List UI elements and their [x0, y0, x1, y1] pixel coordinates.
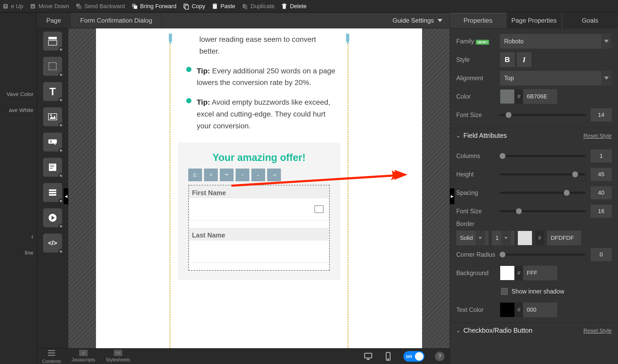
- align-top-button[interactable]: ⫟: [236, 169, 249, 181]
- first-name-input[interactable]: [189, 198, 329, 220]
- fontsize-value[interactable]: 14: [591, 108, 612, 122]
- field-fontsize-value[interactable]: 16: [591, 205, 612, 218]
- paste-button[interactable]: Paste: [211, 3, 235, 10]
- canvas[interactable]: ◀ ▶ lower reading ease seem to convert b…: [68, 28, 450, 348]
- widget-list-button[interactable]: ↻: [43, 183, 62, 202]
- play-icon: [47, 213, 58, 223]
- contents-icon: [47, 348, 56, 358]
- move-down-button[interactable]: Move Down: [29, 3, 69, 10]
- spacing-slider[interactable]: [500, 192, 585, 194]
- widget-text-button[interactable]: T↻: [43, 82, 62, 101]
- preview-toggle[interactable]: on: [403, 351, 424, 362]
- reset-style-link[interactable]: Reset Style: [584, 133, 612, 139]
- align-center-v-button[interactable]: ⫠: [251, 169, 265, 181]
- checkbox-icon: [501, 288, 508, 295]
- color-swatch[interactable]: [500, 89, 515, 104]
- align-center-h-button[interactable]: ≡: [204, 169, 218, 181]
- height-slider[interactable]: [500, 173, 585, 175]
- move-up-button[interactable]: e Up: [2, 3, 23, 10]
- duplicate-icon: [242, 3, 249, 10]
- widget-button-button[interactable]: B↻: [43, 133, 62, 151]
- delete-button[interactable]: Delete: [281, 3, 307, 10]
- section-icon: [47, 36, 58, 46]
- style-label: Style: [456, 56, 496, 63]
- widget-section-button[interactable]: ↻: [43, 32, 62, 50]
- field-attributes-header[interactable]: ⌄ Field Attributes Reset Style: [450, 128, 618, 143]
- chevron-down-icon: [438, 19, 442, 22]
- align-bottom-button[interactable]: ⫣: [267, 169, 281, 181]
- svg-rect-22: [49, 164, 56, 171]
- javascripts-tab[interactable]: jsJavascripts: [72, 350, 95, 363]
- tab-properties[interactable]: Properties: [450, 13, 506, 28]
- tab-page[interactable]: Page: [37, 13, 71, 28]
- chevron-down-icon: [601, 34, 612, 49]
- text-color-label: Text Color: [456, 306, 496, 314]
- svg-rect-16: [49, 63, 56, 70]
- collapse-left-button[interactable]: ◀: [64, 188, 68, 204]
- page-canvas[interactable]: lower reading ease seem to convert bette…: [96, 28, 422, 348]
- alignment-select[interactable]: Top: [500, 71, 612, 85]
- border-color-swatch[interactable]: [518, 231, 532, 245]
- checkbox-radio-header[interactable]: ⌄ Checkbox/Radio Button Reset Style: [450, 323, 618, 338]
- help-button[interactable]: ?: [435, 352, 444, 361]
- corner-slider[interactable]: [500, 254, 585, 256]
- tab-form-dialog[interactable]: Form Confirmation Dialog: [71, 13, 162, 28]
- widget-video-button[interactable]: ↻: [43, 208, 62, 227]
- stylesheets-tab[interactable]: cssStylesheets: [106, 350, 130, 363]
- align-left-button[interactable]: ⬱: [188, 169, 202, 181]
- bring-forward-button[interactable]: Bring Forward: [131, 3, 176, 10]
- field-fontsize-label: Font Size: [456, 208, 496, 215]
- corner-value[interactable]: 0: [591, 248, 612, 261]
- widget-code-button[interactable]: </>↻: [43, 234, 62, 252]
- last-name-input[interactable]: [189, 240, 329, 263]
- bg-swatch[interactable]: [500, 266, 515, 280]
- tab-page-properties[interactable]: Page Properties: [506, 13, 562, 28]
- form-card[interactable]: Your amazing offer! ⬱ ≡ ⬲ ⫟ ⫠ ⫣ First Na…: [178, 143, 340, 280]
- desktop-icon[interactable]: [363, 352, 373, 361]
- color-hex-input[interactable]: [523, 89, 557, 104]
- bg-hex-input[interactable]: [523, 266, 557, 280]
- fontsize-slider[interactable]: [500, 114, 585, 116]
- reset-style-link[interactable]: Reset Style: [584, 327, 612, 334]
- columns-value[interactable]: 1: [591, 149, 612, 163]
- text-color-hex-input[interactable]: [523, 302, 557, 317]
- spacing-value[interactable]: 40: [591, 186, 612, 199]
- guide-settings-button[interactable]: Guide Settings: [385, 17, 450, 24]
- copy-button[interactable]: Copy: [183, 3, 205, 10]
- columns-slider[interactable]: [500, 155, 585, 157]
- arrow-up-icon: [2, 3, 9, 10]
- send-backward-button[interactable]: Send Backward: [75, 3, 125, 10]
- height-value[interactable]: 45: [591, 168, 612, 181]
- align-right-button[interactable]: ⬲: [220, 169, 234, 181]
- mobile-icon[interactable]: [383, 352, 393, 361]
- duplicate-button[interactable]: Duplicate: [242, 3, 275, 10]
- widget-form-button[interactable]: ↻: [43, 158, 62, 177]
- columns-label: Columns: [456, 153, 496, 160]
- widget-box-button[interactable]: ↻: [43, 57, 62, 76]
- image-icon: [47, 112, 58, 122]
- border-width-select[interactable]: 1: [492, 231, 514, 245]
- left-item-line[interactable]: line: [0, 245, 37, 261]
- text-color-swatch[interactable]: [500, 302, 515, 317]
- contents-tab[interactable]: Contents: [42, 348, 61, 364]
- tab-goals[interactable]: Goals: [562, 13, 618, 28]
- arrow-down-icon: [29, 3, 36, 10]
- left-item-r[interactable]: r: [0, 229, 37, 245]
- inner-shadow-checkbox[interactable]: Show inner shadow: [501, 288, 564, 295]
- field-fontsize-slider[interactable]: [500, 210, 585, 212]
- italic-button[interactable]: I: [517, 52, 531, 67]
- border-hex-input[interactable]: [547, 231, 581, 245]
- left-item-wave-white[interactable]: ave White: [0, 102, 37, 118]
- first-name-label: First Name: [189, 185, 329, 198]
- bold-button[interactable]: B: [500, 52, 515, 67]
- hash-label: #: [515, 89, 523, 104]
- left-item-wave-color[interactable]: Vave Color: [0, 86, 37, 102]
- collapse-right-button[interactable]: ▶: [450, 188, 454, 204]
- family-label: Family NEW!!: [456, 38, 496, 45]
- form-fields-selection[interactable]: First Name Last Name: [188, 185, 330, 271]
- widget-image-button[interactable]: ↻: [43, 107, 62, 126]
- properties-panel: Properties Page Properties Goals Family …: [450, 13, 618, 364]
- svg-rect-5: [134, 5, 137, 9]
- border-style-select[interactable]: Solid: [456, 231, 489, 245]
- font-family-select[interactable]: Roboto: [500, 34, 612, 49]
